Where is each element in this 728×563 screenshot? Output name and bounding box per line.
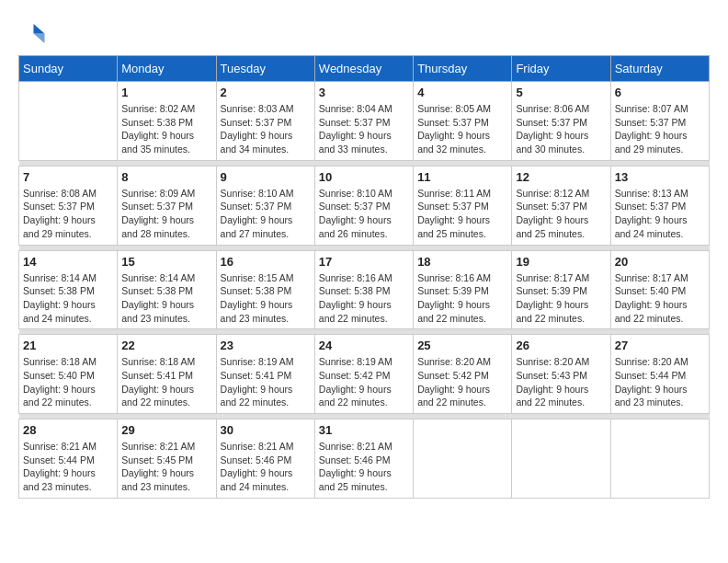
weekday-header-row: SundayMondayTuesdayWednesdayThursdayFrid…	[19, 56, 710, 82]
svg-marker-1	[34, 34, 45, 44]
week-row-4: 21Sunrise: 8:18 AM Sunset: 5:40 PM Dayli…	[19, 335, 710, 414]
day-info: Sunrise: 8:19 AM Sunset: 5:41 PM Dayligh…	[221, 355, 311, 409]
day-info: Sunrise: 8:11 AM Sunset: 5:37 PM Dayligh…	[417, 187, 507, 241]
day-number: 1	[121, 86, 211, 99]
day-info: Sunrise: 8:08 AM Sunset: 5:37 PM Dayligh…	[23, 187, 113, 241]
day-number: 13	[615, 170, 705, 184]
day-info: Sunrise: 8:14 AM Sunset: 5:38 PM Dayligh…	[121, 271, 211, 326]
day-info: Sunrise: 8:21 AM Sunset: 5:46 PM Dayligh…	[221, 440, 311, 494]
calendar-cell: 5Sunrise: 8:06 AM Sunset: 5:37 PM Daylig…	[512, 82, 610, 161]
day-number: 20	[615, 255, 705, 269]
calendar-cell: 24Sunrise: 8:19 AM Sunset: 5:42 PM Dayli…	[314, 335, 413, 414]
day-number: 27	[615, 339, 705, 352]
day-info: Sunrise: 8:02 AM Sunset: 5:38 PM Dayligh…	[121, 102, 211, 156]
day-number: 31	[319, 423, 409, 437]
day-number: 29	[121, 423, 211, 437]
day-number: 6	[615, 86, 705, 99]
week-row-3: 14Sunrise: 8:14 AM Sunset: 5:38 PM Dayli…	[19, 250, 710, 329]
weekday-header-monday: Monday	[118, 56, 216, 82]
calendar-cell: 20Sunrise: 8:17 AM Sunset: 5:40 PM Dayli…	[610, 250, 709, 329]
week-row-1: 1Sunrise: 8:02 AM Sunset: 5:38 PM Daylig…	[19, 82, 710, 161]
calendar-cell: 2Sunrise: 8:03 AM Sunset: 5:37 PM Daylig…	[216, 82, 314, 161]
day-number: 16	[221, 255, 311, 269]
day-info: Sunrise: 8:16 AM Sunset: 5:38 PM Dayligh…	[319, 271, 409, 326]
calendar-cell: 14Sunrise: 8:14 AM Sunset: 5:38 PM Dayli…	[19, 250, 118, 329]
calendar-cell: 31Sunrise: 8:21 AM Sunset: 5:46 PM Dayli…	[314, 419, 413, 499]
calendar-table: SundayMondayTuesdayWednesdayThursdayFrid…	[18, 55, 710, 499]
calendar-cell: 16Sunrise: 8:15 AM Sunset: 5:38 PM Dayli…	[216, 250, 314, 329]
week-row-5: 28Sunrise: 8:21 AM Sunset: 5:44 PM Dayli…	[19, 419, 710, 499]
calendar-cell: 12Sunrise: 8:12 AM Sunset: 5:37 PM Dayli…	[512, 166, 610, 245]
day-info: Sunrise: 8:17 AM Sunset: 5:40 PM Dayligh…	[615, 271, 705, 326]
day-number: 30	[221, 423, 311, 437]
day-number: 21	[23, 339, 113, 352]
calendar-cell: 27Sunrise: 8:20 AM Sunset: 5:44 PM Dayli…	[610, 335, 709, 414]
day-number: 15	[121, 255, 211, 269]
calendar-cell: 4Sunrise: 8:05 AM Sunset: 5:37 PM Daylig…	[414, 82, 512, 161]
calendar-cell: 19Sunrise: 8:17 AM Sunset: 5:39 PM Dayli…	[512, 250, 610, 329]
day-number: 17	[319, 255, 409, 269]
calendar-cell: 17Sunrise: 8:16 AM Sunset: 5:38 PM Dayli…	[314, 250, 413, 329]
calendar-cell	[414, 419, 512, 499]
calendar-cell: 25Sunrise: 8:20 AM Sunset: 5:42 PM Dayli…	[414, 335, 512, 414]
day-info: Sunrise: 8:18 AM Sunset: 5:40 PM Dayligh…	[23, 355, 113, 409]
day-info: Sunrise: 8:10 AM Sunset: 5:37 PM Dayligh…	[319, 187, 409, 241]
day-number: 23	[221, 339, 311, 352]
day-number: 5	[516, 86, 606, 99]
day-info: Sunrise: 8:20 AM Sunset: 5:44 PM Dayligh…	[615, 355, 705, 409]
day-number: 2	[221, 86, 311, 99]
week-row-2: 7Sunrise: 8:08 AM Sunset: 5:37 PM Daylig…	[19, 166, 710, 245]
day-info: Sunrise: 8:12 AM Sunset: 5:37 PM Dayligh…	[516, 187, 606, 241]
calendar-cell	[512, 419, 610, 499]
day-info: Sunrise: 8:18 AM Sunset: 5:41 PM Dayligh…	[121, 355, 211, 409]
day-number: 12	[516, 170, 606, 184]
page-header	[18, 18, 710, 46]
day-number: 22	[121, 339, 211, 352]
day-info: Sunrise: 8:04 AM Sunset: 5:37 PM Dayligh…	[319, 102, 409, 156]
day-number: 3	[319, 86, 409, 99]
day-info: Sunrise: 8:07 AM Sunset: 5:37 PM Dayligh…	[615, 102, 705, 156]
day-number: 19	[516, 255, 606, 269]
day-info: Sunrise: 8:16 AM Sunset: 5:39 PM Dayligh…	[417, 271, 507, 326]
day-number: 14	[23, 255, 113, 269]
calendar-cell: 28Sunrise: 8:21 AM Sunset: 5:44 PM Dayli…	[19, 419, 118, 499]
calendar-cell	[19, 82, 118, 161]
weekday-header-sunday: Sunday	[19, 56, 118, 82]
day-number: 25	[417, 339, 507, 352]
day-info: Sunrise: 8:14 AM Sunset: 5:38 PM Dayligh…	[23, 271, 113, 326]
weekday-header-thursday: Thursday	[414, 56, 512, 82]
calendar-cell: 8Sunrise: 8:09 AM Sunset: 5:37 PM Daylig…	[118, 166, 216, 245]
day-info: Sunrise: 8:21 AM Sunset: 5:45 PM Dayligh…	[121, 440, 211, 494]
svg-marker-0	[34, 24, 45, 34]
day-number: 24	[319, 339, 409, 352]
day-info: Sunrise: 8:13 AM Sunset: 5:37 PM Dayligh…	[615, 187, 705, 241]
day-number: 11	[417, 170, 507, 184]
day-number: 8	[121, 170, 211, 184]
weekday-header-saturday: Saturday	[610, 56, 709, 82]
logo	[18, 18, 50, 46]
day-number: 4	[417, 86, 507, 99]
day-info: Sunrise: 8:20 AM Sunset: 5:43 PM Dayligh…	[516, 355, 606, 409]
day-info: Sunrise: 8:19 AM Sunset: 5:42 PM Dayligh…	[319, 355, 409, 409]
calendar-cell: 1Sunrise: 8:02 AM Sunset: 5:38 PM Daylig…	[118, 82, 216, 161]
calendar-cell: 30Sunrise: 8:21 AM Sunset: 5:46 PM Dayli…	[216, 419, 314, 499]
logo-icon	[18, 18, 46, 46]
calendar-cell: 7Sunrise: 8:08 AM Sunset: 5:37 PM Daylig…	[19, 166, 118, 245]
day-info: Sunrise: 8:15 AM Sunset: 5:38 PM Dayligh…	[221, 271, 311, 326]
day-info: Sunrise: 8:21 AM Sunset: 5:44 PM Dayligh…	[23, 440, 113, 494]
day-number: 9	[221, 170, 311, 184]
day-info: Sunrise: 8:17 AM Sunset: 5:39 PM Dayligh…	[516, 271, 606, 326]
calendar-cell: 6Sunrise: 8:07 AM Sunset: 5:37 PM Daylig…	[610, 82, 709, 161]
calendar-cell: 15Sunrise: 8:14 AM Sunset: 5:38 PM Dayli…	[118, 250, 216, 329]
weekday-header-friday: Friday	[512, 56, 610, 82]
calendar-cell: 18Sunrise: 8:16 AM Sunset: 5:39 PM Dayli…	[414, 250, 512, 329]
weekday-header-wednesday: Wednesday	[314, 56, 413, 82]
calendar-cell: 21Sunrise: 8:18 AM Sunset: 5:40 PM Dayli…	[19, 335, 118, 414]
day-info: Sunrise: 8:06 AM Sunset: 5:37 PM Dayligh…	[516, 102, 606, 156]
calendar-cell: 10Sunrise: 8:10 AM Sunset: 5:37 PM Dayli…	[314, 166, 413, 245]
weekday-header-tuesday: Tuesday	[216, 56, 314, 82]
calendar-cell: 26Sunrise: 8:20 AM Sunset: 5:43 PM Dayli…	[512, 335, 610, 414]
day-info: Sunrise: 8:03 AM Sunset: 5:37 PM Dayligh…	[221, 102, 311, 156]
calendar-cell: 9Sunrise: 8:10 AM Sunset: 5:37 PM Daylig…	[216, 166, 314, 245]
day-number: 7	[23, 170, 113, 184]
